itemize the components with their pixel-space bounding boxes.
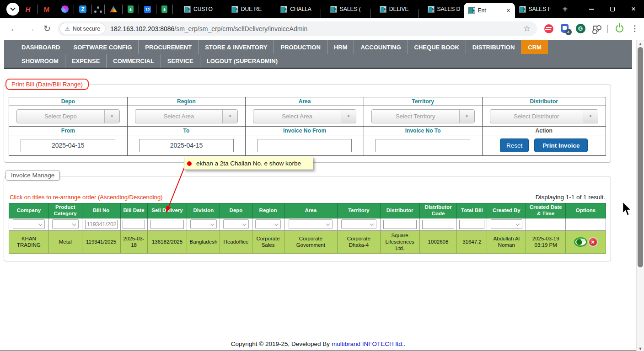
nav-item-software-config[interactable]: SOFTWARE CONFIG bbox=[67, 40, 139, 54]
column-filter-input[interactable] bbox=[459, 220, 484, 229]
extensions-puzzle-icon[interactable] bbox=[593, 26, 599, 32]
forward-button[interactable]: → bbox=[27, 24, 35, 34]
column-header-division[interactable]: Division bbox=[187, 203, 220, 218]
tab-search-button[interactable] bbox=[6, 3, 19, 16]
maximize-button[interactable] bbox=[602, 0, 623, 18]
column-header-total-bill[interactable]: Total Bill bbox=[457, 203, 487, 218]
dropdown-territory[interactable]: Select Territory▼ bbox=[371, 109, 475, 123]
google-sheets-icon[interactable] bbox=[128, 5, 134, 13]
dropdown-area[interactable]: Select Area▼ bbox=[253, 109, 356, 123]
column-header-options[interactable]: Options bbox=[566, 203, 606, 218]
security-chip[interactable]: ⚠ Not secure bbox=[59, 23, 106, 34]
column-filter-select[interactable] bbox=[341, 219, 376, 229]
column-header-area[interactable]: Area bbox=[284, 203, 337, 218]
nav-item-expense[interactable]: EXPENSE bbox=[65, 54, 106, 68]
column-filter-select[interactable] bbox=[190, 219, 217, 229]
nav-item-accounting[interactable]: ACCOUNTING bbox=[354, 40, 407, 54]
nav-item-cheque-book[interactable]: CHEQUE BOOK bbox=[408, 40, 466, 54]
input-invoice-no-from[interactable] bbox=[258, 139, 352, 152]
google-drive-icon[interactable] bbox=[110, 6, 117, 12]
browser-tab[interactable]: SALES F bbox=[515, 0, 555, 18]
new-tab-button[interactable]: + bbox=[560, 4, 571, 15]
input-from[interactable] bbox=[21, 139, 115, 152]
column-header-territory[interactable]: Territory bbox=[338, 203, 381, 218]
back-button[interactable]: ← bbox=[10, 24, 18, 34]
column-filter-select[interactable] bbox=[223, 219, 249, 229]
dropdown-region[interactable]: Select Area▼ bbox=[135, 109, 238, 123]
print-invoice-button[interactable]: Print Invoice bbox=[534, 138, 588, 152]
column-filter-select[interactable] bbox=[13, 219, 45, 229]
nav-item-service[interactable]: SERVICE bbox=[161, 54, 200, 68]
reload-button[interactable]: ↻ bbox=[43, 23, 51, 34]
delete-cross-icon[interactable]: × bbox=[588, 237, 598, 247]
dropdown-distributor[interactable]: Select Distributor▼ bbox=[490, 109, 599, 123]
power-icon[interactable] bbox=[616, 25, 623, 32]
browser-tab[interactable]: SALES D bbox=[424, 0, 464, 18]
extension-icon-red[interactable] bbox=[544, 24, 553, 33]
dropdown-arrow-icon[interactable]: ▼ bbox=[222, 110, 237, 123]
column-header-distributor[interactable]: Distributor bbox=[380, 203, 419, 218]
column-header-product-category[interactable]: Product Category bbox=[48, 203, 82, 218]
nav-item-dashboard[interactable]: DASHBOARD bbox=[15, 40, 67, 54]
nav-item-hrm[interactable]: HRM bbox=[327, 40, 354, 54]
dropdown-arrow-icon[interactable]: ▼ bbox=[104, 110, 119, 123]
nav-item-procurement[interactable]: PROCUREMENT bbox=[138, 40, 198, 54]
browser-menu-icon[interactable]: ⋮ bbox=[631, 24, 639, 33]
nav-item-production[interactable]: PRODUCTION bbox=[274, 40, 327, 54]
gmail-icon[interactable]: M bbox=[43, 5, 51, 13]
view-eye-icon[interactable] bbox=[574, 237, 587, 247]
extension-icon-blue[interactable]: 4 bbox=[561, 24, 569, 33]
column-header-created-by[interactable]: Created By bbox=[487, 203, 526, 218]
browser-tab[interactable]: CUSTO bbox=[180, 0, 217, 18]
column-filter-select[interactable] bbox=[289, 219, 333, 229]
tab-close-icon[interactable]: × bbox=[506, 7, 510, 14]
nav-item-logout-superadmin-[interactable]: LOGOUT (SUPERADMIN) bbox=[200, 54, 284, 68]
column-header-bill-no[interactable]: Bill No bbox=[82, 203, 120, 218]
browser-tab[interactable]: CHALLA bbox=[276, 0, 316, 18]
clickup-icon[interactable] bbox=[61, 5, 69, 13]
column-filter-input[interactable] bbox=[150, 220, 184, 229]
column-filter-select[interactable] bbox=[491, 219, 522, 229]
grammarly-icon[interactable]: G bbox=[576, 24, 585, 33]
nav-item-store-inventory[interactable]: STORE & INVENTORY bbox=[198, 40, 274, 54]
column-filter-input[interactable] bbox=[123, 220, 145, 229]
nav-item-commercial[interactable]: COMMERCIAL bbox=[106, 54, 161, 68]
address-bar[interactable]: ⚠ Not secure 182.163.102.203:8086/sm_erp… bbox=[58, 21, 537, 36]
footer-link[interactable]: multibrand INFOTECH ltd. bbox=[332, 340, 404, 347]
nav-item-showroom[interactable]: SHOWROOM bbox=[15, 54, 65, 68]
column-header-company[interactable]: Company bbox=[9, 203, 49, 218]
calendar-icon[interactable]: 15 bbox=[144, 6, 151, 13]
dropdown-arrow-icon[interactable]: ▼ bbox=[459, 110, 474, 123]
browser-tab[interactable]: DUE RE bbox=[227, 0, 266, 18]
bookmark-star-icon[interactable]: ☆ bbox=[523, 24, 530, 33]
column-header-sell-delivery[interactable]: Sell Delivery bbox=[147, 203, 187, 218]
column-filter-input[interactable] bbox=[85, 220, 118, 229]
browser-tab[interactable]: DELIVE bbox=[376, 0, 413, 18]
zoom-icon[interactable]: Z bbox=[79, 5, 86, 13]
column-header-created-date-time[interactable]: Created Date & Time bbox=[526, 203, 566, 218]
column-filter-select[interactable] bbox=[255, 219, 281, 229]
nav-item-crm[interactable]: CRM bbox=[521, 40, 548, 54]
scrollbar-thumb[interactable] bbox=[638, 47, 643, 267]
nav-item-distribution[interactable]: DISTRIBUTION bbox=[466, 40, 521, 54]
column-filter-input[interactable] bbox=[383, 220, 417, 229]
column-header-bill-date[interactable]: Bill Date bbox=[120, 203, 147, 218]
input-to[interactable] bbox=[139, 139, 234, 152]
browser-tab[interactable]: SALES ( bbox=[326, 0, 365, 18]
h-logo-icon[interactable]: H bbox=[24, 5, 32, 13]
dropdown-arrow-icon[interactable]: ▼ bbox=[341, 110, 356, 123]
close-window-button[interactable]: × bbox=[623, 0, 644, 18]
column-filter-select[interactable] bbox=[52, 219, 79, 229]
input-invoice-no-to[interactable] bbox=[376, 139, 470, 152]
google-sheets-icon[interactable] bbox=[161, 5, 167, 13]
browser-tab[interactable]: Ent× bbox=[464, 3, 515, 18]
dropdown-arrow-icon[interactable]: ▼ bbox=[583, 110, 598, 123]
scroll-down-arrow-icon[interactable]: ▼ bbox=[637, 346, 644, 351]
dropdown-depo[interactable]: Select Depo▼ bbox=[16, 109, 120, 123]
hierarchy-icon[interactable] bbox=[97, 6, 99, 9]
column-filter-input[interactable] bbox=[422, 220, 454, 229]
reset-button[interactable]: Reset bbox=[500, 138, 529, 152]
column-header-region[interactable]: Region bbox=[252, 203, 284, 218]
minimize-button[interactable] bbox=[581, 0, 602, 18]
column-header-distributor-code[interactable]: Distributor Code bbox=[419, 203, 457, 218]
